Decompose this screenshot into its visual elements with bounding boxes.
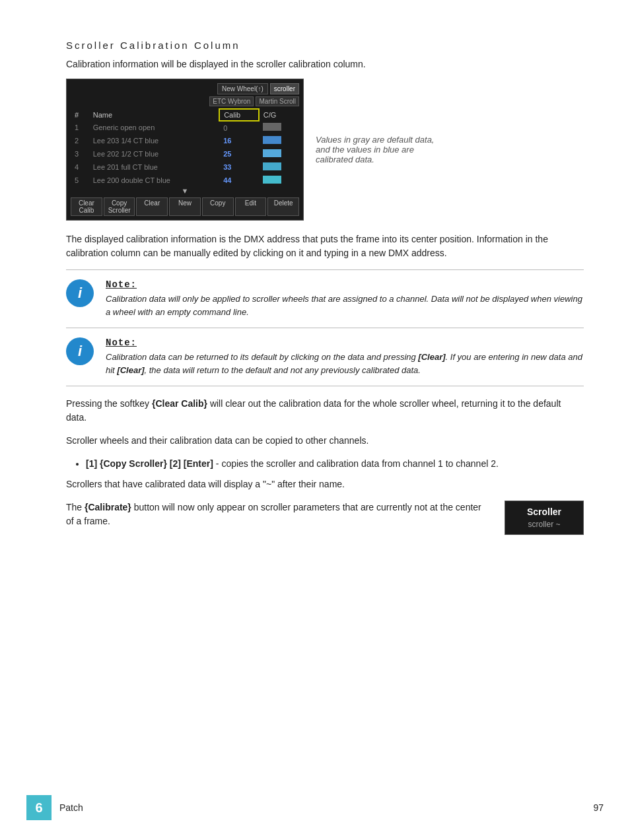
note-text-2: Calibration data can be returned to its … [106, 351, 584, 376]
copy-button[interactable]: Copy [202, 197, 234, 216]
note2-clear1: [Clear] [418, 352, 445, 362]
body-text-2: Pressing the softkey {Clear Calib} will … [66, 397, 584, 425]
intro-text: Calibration information will be displaye… [66, 59, 584, 69]
calibrate-ref: {Calibrate} [85, 502, 131, 512]
note-icon-2: i [66, 337, 94, 365]
note-box-1: i Note: Calibration data will only be ap… [66, 269, 584, 328]
row5-cg [259, 174, 299, 187]
delete-button[interactable]: Delete [267, 197, 299, 216]
row2-calib[interactable]: 16 [219, 134, 259, 147]
note-icon-1: i [66, 279, 94, 307]
footer-page-number: 97 [593, 802, 604, 813]
scroller-table: # Name Calib C/G 1 Generic open open 0 [71, 108, 299, 187]
body-text-1: The displayed calibration information is… [66, 232, 584, 260]
row1-cg [259, 121, 299, 134]
scroll-down-arrow[interactable]: ▼ [71, 187, 299, 195]
note2-text-before: Calibration data can be returned to its … [106, 352, 418, 362]
note2-clear2: [Clear] [117, 365, 144, 375]
edit-button[interactable]: Edit [235, 197, 267, 216]
screenshot-caption: Values in gray are default data, and the… [316, 135, 448, 164]
bullet-item-1: [1] {Copy Scroller} [2] [Enter] - copies… [86, 457, 584, 471]
table-row: 4 Lee 201 full CT blue 33 [71, 160, 299, 174]
row5-name: Lee 200 double CT blue [89, 174, 219, 187]
note-box-2: i Note: Calibration data can be returned… [66, 328, 584, 386]
martin-scroll-button[interactable]: Martin Scroll [256, 96, 299, 106]
row4-cg [259, 160, 299, 174]
body-text-4: Scrollers that have calibrated data will… [66, 477, 584, 491]
note-content-1: Note: Calibration data will only be appl… [106, 279, 584, 318]
copy-scroller-button[interactable]: Copy Scroller [104, 197, 135, 216]
table-row: 2 Lee 203 1/4 CT blue 16 [71, 134, 299, 147]
row3-name: Lee 202 1/2 CT blue [89, 147, 219, 160]
col-header-name: Name [89, 109, 219, 121]
screenshot-area: New Wheel(↑) scroller ETC Wybron Martin … [66, 79, 584, 221]
row3-num: 3 [71, 147, 89, 160]
new-wheel-button[interactable]: New Wheel(↑) [217, 83, 268, 94]
row2-name: Lee 203 1/4 CT blue [89, 134, 219, 147]
etc-martin-row: ETC Wybron Martin Scroll [71, 96, 299, 106]
page-container: Scroller Calibration Column Calibration … [0, 0, 630, 840]
row3-calib[interactable]: 25 [219, 147, 259, 160]
row4-num: 4 [71, 160, 89, 174]
table-row: 3 Lee 202 1/2 CT blue 25 [71, 147, 299, 160]
etc-wybron-button[interactable]: ETC Wybron [209, 96, 254, 106]
clear-calib-button[interactable]: Clear Calib [71, 197, 102, 216]
scroller-display-box: Scroller scroller ~ [505, 501, 584, 535]
col-header-cg: C/G [259, 109, 299, 121]
clear-button[interactable]: Clear [136, 197, 168, 216]
row5-num: 5 [71, 174, 89, 187]
scroller-button[interactable]: scroller [270, 83, 299, 94]
row1-calib[interactable]: 0 [219, 121, 259, 134]
note-label-1: Note: [106, 279, 584, 290]
footer-chapter-name: Patch [59, 802, 83, 813]
note-content-2: Note: Calibration data can be returned t… [106, 337, 584, 376]
row2-num: 2 [71, 134, 89, 147]
page-footer: 6 Patch 97 [0, 795, 630, 820]
body-text-5-area: Scroller scroller ~ The {Calibrate} butt… [66, 501, 584, 538]
section-title: Scroller Calibration Column [66, 40, 584, 51]
body-text-3: Scroller wheels and their calibration da… [66, 434, 584, 448]
row3-cg [259, 147, 299, 160]
bullet-item-1-bold: [1] {Copy Scroller} [2] [Enter] [86, 458, 213, 469]
note2-text-after: , the data will return to the default an… [145, 365, 421, 375]
table-row: 5 Lee 200 double CT blue 44 [71, 174, 299, 187]
footer-chapter-badge: 6 [26, 795, 52, 820]
bullet-list: [1] {Copy Scroller} [2] [Enter] - copies… [86, 457, 584, 471]
note-text-1: Calibration data will only be applied to… [106, 293, 584, 318]
bottom-button-row: Clear Calib Copy Scroller Clear New Copy… [71, 197, 299, 216]
row5-calib[interactable]: 44 [219, 174, 259, 187]
col-header-calib: Calib [219, 109, 259, 121]
row1-name: Generic open open [89, 121, 219, 134]
scroller-display-sub: scroller ~ [516, 520, 573, 529]
clear-calib-ref: {Clear Calib} [152, 398, 207, 409]
new-button[interactable]: New [169, 197, 201, 216]
row1-num: 1 [71, 121, 89, 134]
row4-calib[interactable]: 33 [219, 160, 259, 174]
table-row: 1 Generic open open 0 [71, 121, 299, 134]
row2-cg [259, 134, 299, 147]
scroller-table-wrapper: New Wheel(↑) scroller ETC Wybron Martin … [66, 79, 304, 221]
scroller-table-container: New Wheel(↑) scroller ETC Wybron Martin … [66, 79, 304, 221]
col-header-num: # [71, 109, 89, 121]
table-top-buttons: New Wheel(↑) scroller [71, 83, 299, 94]
row4-name: Lee 201 full CT blue [89, 160, 219, 174]
note-label-2: Note: [106, 337, 584, 348]
scroller-display-title: Scroller [516, 507, 573, 517]
